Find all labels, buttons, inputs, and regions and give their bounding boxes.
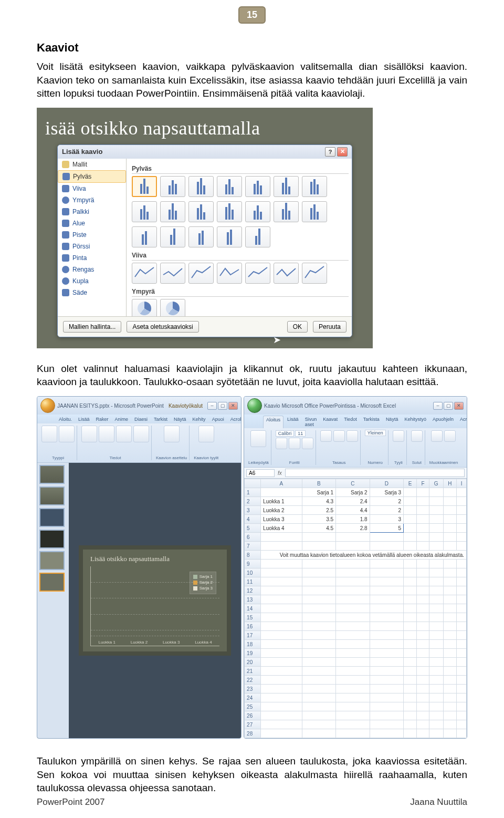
ribbon-tab[interactable]: Kehitystyö: [402, 416, 429, 428]
maximize-icon[interactable]: ▢: [218, 402, 227, 410]
ribbon-tab[interactable]: Tarkist: [151, 416, 170, 423]
font-name-combo[interactable]: Calibri: [276, 430, 295, 437]
slide-thumb[interactable]: [39, 530, 65, 548]
edit-data-icon[interactable]: [116, 426, 132, 442]
slide-title-text[interactable]: Lisää otsikko napsauttamalla: [90, 555, 219, 563]
chart-subtype-thumb[interactable]: [188, 263, 214, 284]
slide-thumb[interactable]: [39, 573, 65, 592]
minimize-icon[interactable]: –: [207, 402, 217, 410]
sidebar-item-stock[interactable]: Pörssi: [58, 241, 126, 252]
ribbon-tab[interactable]: Kaavat: [320, 416, 340, 428]
sidebar-item-radar[interactable]: Säde: [58, 287, 126, 298]
sidebar-item-bar[interactable]: Palkki: [58, 206, 126, 218]
manage-templates-button[interactable]: Mallien hallinta...: [63, 321, 121, 333]
ribbon-tab[interactable]: Aloitus: [263, 416, 284, 428]
fx-icon[interactable]: fx: [278, 470, 282, 476]
chart-subtype-thumb[interactable]: [160, 299, 185, 316]
office-orb-icon[interactable]: [40, 398, 55, 413]
chart-subtype-thumb[interactable]: [245, 226, 270, 247]
sidebar-item-scatter[interactable]: Piste: [58, 229, 126, 241]
sidebar-item-templates[interactable]: Mallit: [58, 159, 126, 170]
sidebar-item-bubble[interactable]: Kupla: [58, 275, 126, 287]
chart-subtype-thumb[interactable]: [274, 201, 299, 222]
ribbon-tab[interactable]: Aloitu.: [56, 416, 75, 423]
align-left-icon[interactable]: [320, 430, 332, 442]
slide-thumbnails-pane[interactable]: 1 2 3 4 5 6: [37, 463, 69, 738]
ribbon-tab[interactable]: Acrobat: [457, 416, 467, 428]
chart-subtype-thumb[interactable]: [160, 201, 185, 222]
font-size-combo[interactable]: 11: [295, 430, 306, 437]
autosum-icon[interactable]: [431, 430, 443, 442]
formula-input[interactable]: [285, 469, 465, 477]
close-icon[interactable]: ✕: [454, 402, 464, 410]
ribbon-tab[interactable]: Tarkista: [361, 416, 382, 428]
bold-icon[interactable]: [276, 438, 287, 449]
slide-thumb[interactable]: [39, 508, 65, 527]
cell-styles-icon[interactable]: [393, 430, 404, 442]
ribbon-tab[interactable]: Apuohjeln: [430, 416, 456, 428]
underline-icon[interactable]: [302, 438, 313, 449]
slide-editor[interactable]: Lisää otsikko napsauttamalla Sarja 1 Sar…: [69, 463, 241, 738]
quick-layout-icon[interactable]: [164, 426, 180, 442]
chart-subtype-thumb[interactable]: [217, 226, 242, 247]
close-icon[interactable]: ✕: [228, 402, 238, 410]
chart-subtype-thumb[interactable]: [160, 176, 185, 197]
ribbon-tab[interactable]: Sivun aset: [302, 416, 320, 428]
sort-filter-icon[interactable]: [444, 430, 456, 442]
help-icon[interactable]: ?: [325, 147, 335, 157]
sidebar-item-area[interactable]: Alue: [58, 218, 126, 229]
sidebar-item-column[interactable]: Pylväs: [58, 170, 126, 183]
minimize-icon[interactable]: –: [433, 402, 443, 410]
chart-subtype-thumb[interactable]: [132, 201, 157, 222]
cancel-button[interactable]: Peruuta: [313, 321, 346, 333]
refresh-data-icon[interactable]: [133, 426, 149, 442]
office-orb-icon[interactable]: [247, 398, 262, 413]
chart-subtype-thumb[interactable]: [160, 263, 185, 284]
chart-subtype-thumb[interactable]: [188, 176, 214, 197]
select-data-icon[interactable]: [99, 426, 114, 442]
insert-cells-icon[interactable]: [411, 430, 423, 442]
number-format-combo[interactable]: Yleinen: [365, 430, 386, 436]
chart-subtype-thumb[interactable]: [160, 226, 185, 247]
paste-icon[interactable]: [250, 430, 266, 447]
switch-rowcol-icon[interactable]: [81, 426, 97, 442]
chart-subtype-thumb[interactable]: [132, 176, 157, 197]
chart-subtype-thumb[interactable]: [302, 201, 327, 222]
worksheet-grid[interactable]: ABCDEFGHI 1 Sarja 1 Sarja 2 Sarja 3 2Luo…: [244, 479, 467, 738]
embedded-bar-chart[interactable]: Sarja 1 Sarja 2 Sarja 3 Luokka 1 Luokka …: [90, 566, 219, 646]
chart-subtype-thumb[interactable]: [245, 176, 270, 197]
align-center-icon[interactable]: [333, 430, 345, 442]
chart-subtype-thumb[interactable]: [274, 263, 299, 284]
chart-subtype-thumb[interactable]: [302, 263, 327, 284]
ribbon-tab[interactable]: Acrob: [228, 416, 242, 423]
sidebar-item-line[interactable]: Viiva: [58, 183, 126, 194]
name-box[interactable]: A6: [246, 469, 275, 477]
chart-subtype-thumb[interactable]: [188, 226, 214, 247]
chart-subtype-thumb[interactable]: [302, 176, 327, 197]
ribbon-tab[interactable]: Näytä: [383, 416, 401, 428]
chart-subtype-thumb[interactable]: [132, 299, 157, 316]
chart-subtype-thumb[interactable]: [245, 201, 270, 222]
ribbon-tab[interactable]: Lisää: [76, 416, 92, 423]
slide-thumb[interactable]: [39, 486, 65, 505]
slide-thumb[interactable]: [39, 551, 65, 570]
ribbon-tab[interactable]: Kehity: [190, 416, 208, 423]
align-right-icon[interactable]: [346, 430, 358, 442]
chart-subtype-thumb[interactable]: [217, 176, 242, 197]
quick-style-icon[interactable]: [198, 426, 214, 442]
chart-subtype-thumb[interactable]: [132, 263, 157, 284]
maximize-icon[interactable]: ▢: [444, 402, 453, 410]
change-chart-type-icon[interactable]: [41, 426, 57, 442]
italic-icon[interactable]: [289, 438, 300, 449]
sidebar-item-pie[interactable]: Ympyrä: [58, 194, 126, 206]
ribbon-tab[interactable]: Apuoi: [209, 416, 227, 423]
sidebar-item-doughnut[interactable]: Rengas: [58, 264, 126, 275]
chart-subtype-thumb[interactable]: [217, 263, 242, 284]
ok-button[interactable]: OK: [287, 321, 308, 333]
chart-subtype-thumb[interactable]: [274, 176, 299, 197]
save-template-icon[interactable]: [59, 426, 75, 442]
chart-subtype-thumb[interactable]: [245, 263, 270, 284]
ribbon-tab[interactable]: Näytä: [171, 416, 189, 423]
close-icon[interactable]: ✕: [337, 147, 348, 157]
slide-thumb[interactable]: [39, 465, 65, 484]
